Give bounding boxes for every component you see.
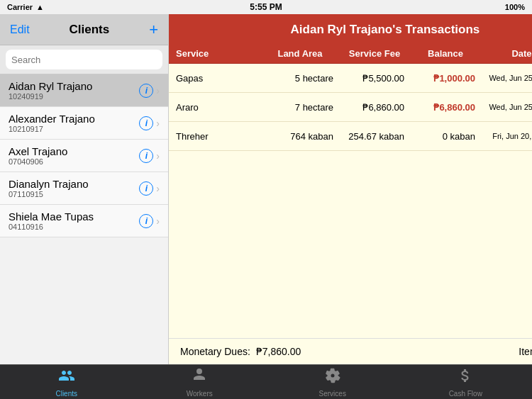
tab-workers-label: Workers [187, 390, 213, 398]
tab-clients[interactable]: Clients [0, 365, 133, 399]
sidebar-item-client-alexander[interactable]: Alexander Trajano 10210917 i › [0, 107, 168, 140]
td-land: 764 kaban [261, 131, 339, 142]
sidebar: Edit Clients + Aidan Ryl Trajano 1024091… [0, 14, 169, 364]
client-id: 10210917 [9, 125, 139, 133]
client-info: Axel Trajano 07040906 [9, 145, 139, 166]
chevron-right-icon: › [156, 183, 160, 194]
edit-button[interactable]: Edit [10, 23, 30, 36]
search-box [0, 45, 168, 74]
client-right: i › [139, 149, 160, 163]
client-id: 07040906 [9, 157, 139, 166]
client-info: Dianalyn Trajano 07110915 [9, 178, 139, 198]
footer-left: Monetary Dues: ₱7,860.00 [180, 346, 301, 357]
td-fee: ₱5,500.00 [339, 73, 410, 84]
sidebar-item-client-dianalyn[interactable]: Dianalyn Trajano 07110915 i › [0, 172, 168, 205]
battery-label: 100% [505, 3, 525, 11]
tab-clients-label: Clients [55, 390, 77, 398]
tab-services-label: Services [319, 390, 346, 398]
sidebar-title: Clients [70, 23, 110, 37]
info-icon[interactable]: i [139, 149, 153, 163]
footer-right: Items Dues: 0 [519, 346, 532, 357]
client-id: 07110915 [9, 190, 139, 198]
tab-workers[interactable]: Workers [133, 365, 267, 399]
client-id: 10240919 [9, 92, 139, 101]
status-right: 100% [505, 3, 525, 11]
panel-footer: Monetary Dues: ₱7,860.00 Items Dues: 0 [169, 338, 532, 364]
client-info: Aidan Ryl Trajano 10240919 [9, 80, 139, 101]
chevron-right-icon: › [156, 118, 160, 129]
search-input[interactable] [6, 50, 162, 69]
table-row[interactable]: Threher 764 kaban 254.67 kaban 0 kaban F… [169, 122, 532, 151]
tab-services-icon [324, 367, 341, 388]
client-name: Alexander Trajano [9, 113, 139, 125]
tab-cashflow[interactable]: Cash Flow [399, 365, 533, 399]
col-service-fee: Service Fee [339, 48, 410, 59]
sidebar-item-client-axel[interactable]: Axel Trajano 07040906 i › [0, 140, 168, 172]
td-balance: ₱6,860.00 [410, 102, 481, 113]
td-service: Araro [176, 102, 261, 113]
carrier-label: Carrier [7, 3, 33, 11]
td-date: Fri, Jun 20, 2014 [481, 132, 532, 140]
sidebar-item-client-aidan[interactable]: Aidan Ryl Trajano 10240919 i › [0, 74, 168, 107]
td-land: 5 hectare [261, 73, 339, 84]
info-icon[interactable]: i [139, 181, 153, 196]
tab-services[interactable]: Services [266, 365, 399, 399]
tab-bar: Clients Workers Services Cash Flow [0, 364, 532, 399]
client-list: Aidan Ryl Trajano 10240919 i › Alexander… [0, 74, 168, 364]
client-info: Alexander Trajano 10210917 [9, 113, 139, 133]
chevron-right-icon: › [156, 150, 160, 162]
sidebar-header: Edit Clients + [0, 14, 168, 45]
col-balance: Balance [410, 48, 481, 59]
td-service: Gapas [176, 73, 261, 84]
monetary-value: ₱7,860.00 [256, 346, 301, 357]
wifi-icon: ▲ [36, 3, 44, 11]
sidebar-add-button[interactable]: + [149, 22, 158, 38]
td-service: Threher [176, 131, 261, 142]
status-left: Carrier ▲ [7, 3, 44, 11]
td-date: Wed, Jun 25, 2014 [481, 74, 532, 82]
td-balance: ₱1,000.00 [410, 73, 481, 84]
monetary-label: Monetary Dues: [180, 346, 250, 357]
client-name: Aidan Ryl Trajano [9, 80, 139, 92]
table-row[interactable]: Gapas 5 hectare ₱5,500.00 ₱1,000.00 Wed,… [169, 64, 532, 93]
client-right: i › [139, 214, 160, 228]
client-id: 04110916 [9, 223, 139, 231]
sidebar-item-client-shiela[interactable]: Shiela Mae Tupas 04110916 i › [0, 205, 168, 237]
chevron-right-icon: › [156, 85, 160, 96]
tab-cashflow-icon [457, 367, 474, 388]
panel-title: Aidan Ryl Trajano's Transactions [197, 23, 532, 37]
client-name: Dianalyn Trajano [9, 178, 139, 190]
client-info: Shiela Mae Tupas 04110916 [9, 210, 139, 231]
client-right: i › [139, 181, 160, 196]
main-header: Aidan Ryl Trajano's Transactions + [169, 14, 532, 45]
app-container: Edit Clients + Aidan Ryl Trajano 1024091… [0, 14, 532, 399]
col-service: Service [176, 48, 261, 59]
tab-clients-icon [58, 367, 75, 388]
content-area: Edit Clients + Aidan Ryl Trajano 1024091… [0, 14, 532, 364]
items-label: Items Dues: [519, 346, 532, 357]
td-date: Wed, Jun 25, 2014 [481, 103, 532, 111]
info-icon[interactable]: i [139, 84, 153, 98]
chevron-right-icon: › [156, 215, 160, 227]
td-balance: 0 kaban [410, 131, 481, 142]
status-time: 5:55 PM [250, 2, 282, 12]
col-date: Date [481, 48, 532, 59]
client-right: i › [139, 116, 160, 130]
tab-workers-icon [191, 367, 208, 388]
client-name: Axel Trajano [9, 145, 139, 157]
info-icon[interactable]: i [139, 116, 153, 130]
tab-cashflow-label: Cash Flow [449, 390, 482, 398]
client-right: i › [139, 84, 160, 98]
table-body: Gapas 5 hectare ₱5,500.00 ₱1,000.00 Wed,… [169, 64, 532, 338]
main-panel: Aidan Ryl Trajano's Transactions + Servi… [169, 14, 532, 364]
info-icon[interactable]: i [139, 214, 153, 228]
status-bar: Carrier ▲ 5:55 PM 100% [0, 0, 532, 14]
td-fee: ₱6,860.00 [339, 102, 410, 113]
table-row[interactable]: Araro 7 hectare ₱6,860.00 ₱6,860.00 Wed,… [169, 93, 532, 122]
col-land-area: Land Area [261, 48, 339, 59]
td-fee: 254.67 kaban [339, 131, 410, 142]
client-name: Shiela Mae Tupas [9, 210, 139, 223]
table-header: Service Land Area Service Fee Balance Da… [169, 45, 532, 64]
td-land: 7 hectare [261, 102, 339, 113]
